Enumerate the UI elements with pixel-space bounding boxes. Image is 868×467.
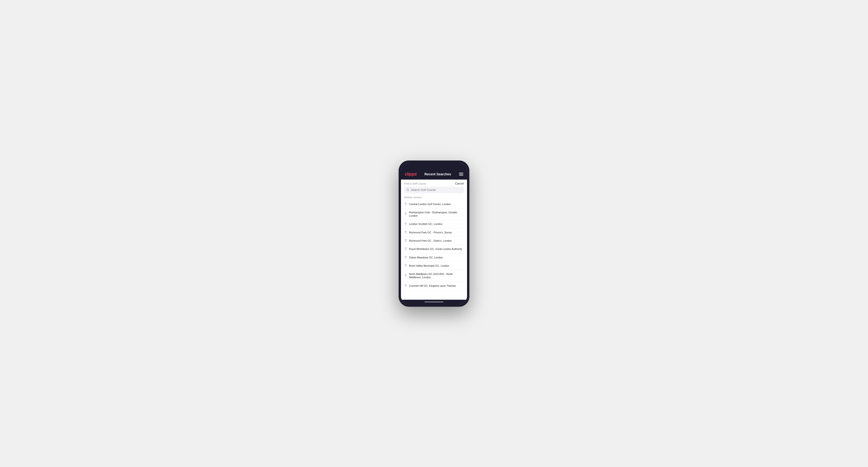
nearby-section-label: Nearby courses [401, 195, 467, 200]
app-logo: clippd [405, 172, 416, 177]
find-header-row: Find a Golf Course Cancel [401, 180, 467, 187]
pin-icon [404, 231, 407, 234]
list-item[interactable]: Richmond Park GC - Duke's, London [401, 237, 467, 245]
cancel-button[interactable]: Cancel [455, 182, 464, 185]
svg-point-2 [405, 203, 406, 204]
pin-icon [404, 222, 407, 226]
home-indicator [401, 300, 467, 304]
course-name: Richmond Park GC - Prince's, Surrey [409, 231, 452, 234]
course-list: Central London Golf Centre, LondonRoeham… [401, 200, 467, 300]
pin-icon [404, 247, 407, 251]
svg-point-8 [405, 256, 406, 257]
list-item[interactable]: Brent Valley Municipal GC, London [401, 262, 467, 270]
svg-point-10 [405, 275, 406, 276]
pin-icon [404, 264, 407, 268]
svg-point-6 [405, 240, 406, 241]
svg-point-4 [405, 223, 406, 224]
menu-icon[interactable] [459, 173, 463, 176]
phone-frame: clippd Recent Searches Find a Golf Cours… [399, 160, 469, 307]
svg-point-3 [405, 213, 406, 214]
header-title: Recent Searches [425, 172, 451, 176]
search-icon [406, 188, 409, 192]
pin-icon [404, 212, 407, 216]
course-name: Richmond Park GC - Duke's, London [409, 239, 452, 242]
list-item[interactable]: London Scottish GC, London [401, 220, 467, 228]
pin-icon [404, 274, 407, 277]
app-header: clippd Recent Searches [401, 170, 467, 180]
list-item[interactable]: Central London Golf Centre, London [401, 200, 467, 208]
content-area: Find a Golf Course Cancel Nearby courses… [401, 180, 467, 300]
course-name: Roehampton Club - Roehampton, Greater Lo… [409, 211, 464, 218]
svg-point-0 [407, 189, 408, 191]
svg-point-9 [405, 265, 406, 266]
list-item[interactable]: Richmond Park GC - Prince's, Surrey [401, 228, 467, 237]
search-box[interactable] [404, 187, 464, 193]
course-name: Brent Valley Municipal GC, London [409, 264, 449, 268]
svg-point-11 [405, 285, 406, 285]
svg-point-5 [405, 231, 406, 232]
status-bar [401, 163, 467, 170]
svg-point-7 [405, 248, 406, 249]
pin-icon [404, 203, 407, 206]
list-item[interactable]: Roehampton Club - Roehampton, Greater Lo… [401, 208, 467, 220]
list-item[interactable]: Coombe Hill GC, Kingston upon Thames [401, 282, 467, 290]
list-item[interactable]: North Middlesex GC (1011942 - North Midd… [401, 270, 467, 282]
pin-icon [404, 256, 407, 259]
course-name: Central London Golf Centre, London [409, 203, 451, 206]
course-name: London Scottish GC, London [409, 222, 442, 226]
course-name: Dukes Meadows GC, London [409, 256, 443, 259]
course-name: North Middlesex GC (1011942 - North Midd… [409, 272, 464, 279]
phone-screen: clippd Recent Searches Find a Golf Cours… [401, 163, 467, 304]
svg-line-1 [408, 190, 409, 191]
home-bar [425, 302, 443, 302]
course-name: Royal Wimbledon GC, Great London Authori… [409, 247, 462, 251]
search-input[interactable] [411, 188, 462, 192]
pin-icon [404, 284, 407, 287]
list-item[interactable]: Dukes Meadows GC, London [401, 253, 467, 262]
course-name: Coombe Hill GC, Kingston upon Thames [409, 284, 456, 287]
find-label: Find a Golf Course [404, 182, 426, 185]
pin-icon [404, 239, 407, 242]
list-item[interactable]: Royal Wimbledon GC, Great London Authori… [401, 245, 467, 253]
